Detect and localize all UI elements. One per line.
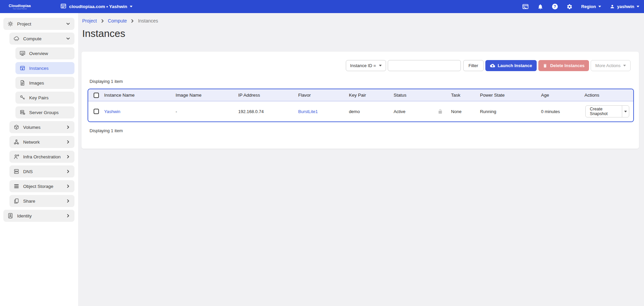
network-nodes-icon [13, 139, 19, 145]
sidebar-item-images[interactable]: Images [15, 77, 74, 89]
sidebar-item-label: Images [29, 81, 44, 86]
chevron-down-icon [624, 111, 627, 112]
filter-button[interactable]: Filter [463, 60, 484, 71]
help-button[interactable]: ? [552, 4, 558, 9]
user-dropdown[interactable]: yashwin [610, 4, 639, 9]
create-snapshot-button[interactable]: Create Snapshot [586, 106, 622, 117]
brand-tagline: Your Cloud Partner [0, 8, 40, 10]
chevron-right-icon [66, 140, 70, 144]
sidebar-item-network[interactable]: Network [9, 136, 74, 148]
filter-field-label: Instance ID = [350, 63, 376, 68]
console-icon [522, 3, 529, 10]
dns-servers-icon [13, 168, 19, 174]
chevron-down-icon [623, 65, 626, 66]
row-checkbox[interactable] [94, 109, 99, 114]
breadcrumb: Project Compute Instances [82, 18, 644, 23]
cell-key-pair: demo [348, 109, 393, 114]
compute-cloud-icon [13, 36, 19, 42]
sidebar-item-server-groups[interactable]: Server Groups [15, 106, 74, 118]
region-dropdown[interactable]: Region [581, 4, 601, 9]
sidebar-item-label: DNS [23, 169, 33, 174]
sidebar-item-key-pairs[interactable]: Key Pairs [15, 92, 74, 104]
chevron-down-icon [130, 6, 132, 7]
share-documents-icon [13, 198, 19, 204]
sidebar-item-overview[interactable]: Overview [15, 47, 74, 59]
sidebar-item-instances[interactable]: Instances [15, 62, 74, 74]
sidebar-item-share[interactable]: Share [9, 195, 74, 207]
launch-instance-button[interactable]: Launch Instance [485, 60, 537, 71]
identity-badge-icon [7, 213, 13, 219]
launch-instance-label: Launch Instance [498, 63, 532, 68]
sidebar-item-label: Overview [29, 51, 48, 56]
brand-logo[interactable]: Cloudtopiaa Your Cloud Partner [0, 3, 40, 10]
filter-search-input[interactable] [388, 60, 461, 71]
cell-ip-address: 192.168.0.74 [237, 109, 298, 114]
volumes-cube-icon [13, 124, 19, 130]
col-status: Status [393, 93, 430, 98]
sidebar-item-object-storage[interactable]: Object Storage [9, 180, 74, 192]
breadcrumb-project[interactable]: Project [82, 18, 97, 23]
user-dropdown-label: yashwin [617, 4, 634, 9]
delete-instances-label: Delete Instances [550, 63, 585, 68]
sidebar-item-label: Object Storage [23, 184, 53, 189]
sidebar-item-label: Identity [17, 213, 32, 218]
breadcrumb-current: Instances [138, 18, 158, 23]
flavor-link[interactable]: BurstLite1 [298, 109, 318, 114]
col-task: Task [450, 93, 479, 98]
chevron-down-icon [637, 6, 639, 7]
cloud-upload-icon [490, 63, 495, 68]
filter-button-label: Filter [469, 63, 478, 68]
domain-list-icon [60, 3, 66, 10]
instance-name-link[interactable]: Yashwin [104, 109, 120, 114]
filter-field-dropdown[interactable]: Instance ID = [346, 60, 386, 71]
chevron-right-icon [66, 154, 70, 159]
sidebar-item-infra-orchestration[interactable]: Infra Orchestration [9, 151, 74, 163]
table-toolbar: Instance ID = Filter Launch Instance [82, 52, 639, 71]
chevron-down-icon [598, 6, 601, 7]
notifications-bell-icon [537, 4, 543, 10]
main-content: Project Compute Instances Instances Inst… [78, 13, 644, 306]
more-actions-label: More Actions [595, 63, 621, 68]
row-actions-dropdown-toggle[interactable] [622, 106, 629, 117]
sidebar-item-dns[interactable]: DNS [9, 165, 74, 177]
col-instance-name: Instance Name [104, 93, 175, 98]
sidebar-item-label: Project [17, 21, 31, 27]
col-ip-address: IP Address [237, 93, 298, 98]
item-count-top: Displaying 1 item [90, 79, 639, 84]
sidebar-item-label: Compute [23, 36, 42, 41]
delete-instances-button[interactable]: Delete Instances [538, 60, 589, 71]
row-actions-split-button: Create Snapshot [585, 105, 629, 117]
object-storage-list-icon [13, 183, 19, 189]
more-actions-button[interactable]: More Actions [591, 60, 631, 71]
overview-monitor-icon [19, 50, 25, 56]
chevron-right-icon [66, 169, 70, 174]
sidebar-item-identity[interactable]: Identity [3, 210, 74, 222]
col-age: Age [540, 93, 585, 98]
sidebar-item-compute[interactable]: Compute [9, 33, 74, 45]
infra-orchestration-icon [13, 154, 19, 160]
page-title: Instances [82, 28, 644, 39]
select-all-checkbox[interactable] [94, 93, 99, 98]
chevron-right-icon [66, 184, 70, 189]
settings-button[interactable] [567, 4, 573, 10]
unlock-icon [430, 109, 450, 114]
project-icon [7, 21, 13, 27]
console-button[interactable] [522, 3, 529, 10]
context-switcher-label: cloudtopiaa.com • Yashwin [69, 4, 127, 9]
region-dropdown-label: Region [581, 4, 596, 9]
context-switcher[interactable]: cloudtopiaa.com • Yashwin [60, 3, 132, 10]
sidebar-item-volumes[interactable]: Volumes [9, 121, 74, 133]
notifications-button[interactable] [537, 4, 543, 10]
chevron-down-icon [66, 21, 70, 26]
chevron-down-icon [66, 36, 70, 41]
table-header-row: Instance Name Image Name IP Address Flav… [88, 89, 633, 101]
breadcrumb-compute[interactable]: Compute [108, 18, 127, 23]
col-power-state: Power State [479, 93, 540, 98]
chevron-down-icon [379, 65, 382, 66]
col-actions: Actions [585, 93, 633, 98]
col-image-name: Image Name [175, 93, 237, 98]
instances-panel: Instance ID = Filter Launch Instance [82, 52, 639, 149]
cell-power-state: Running [479, 109, 540, 114]
sidebar-item-label: Network [23, 140, 40, 145]
sidebar-item-project[interactable]: Project [3, 18, 74, 30]
